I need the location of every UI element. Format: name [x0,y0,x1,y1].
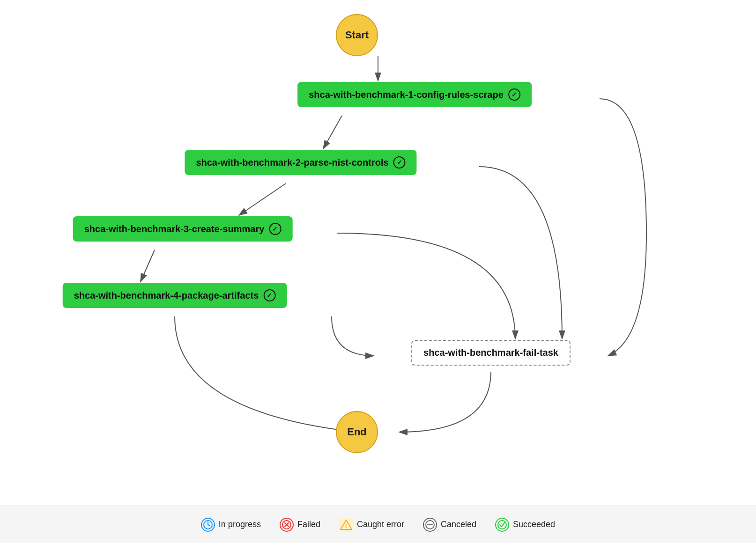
caught-error-icon: ! [339,518,353,532]
start-circle: Start [336,14,378,56]
task4-check-icon: ✓ [263,289,275,301]
failed-label: Failed [297,520,320,529]
fail-task-rect: shca-with-benchmark-fail-task [411,340,571,366]
start-node[interactable]: Start [336,14,378,56]
task4-rect: shca-with-benchmark-4-package-artifacts … [63,283,287,308]
fail-task-node[interactable]: shca-with-benchmark-fail-task [411,340,571,366]
task1-check-icon: ✓ [508,88,520,101]
start-label: Start [345,29,369,41]
task2-label: shca-with-benchmark-2-parse-nist-control… [196,157,388,168]
succeeded-icon [495,518,509,532]
task3-rect: shca-with-benchmark-3-create-summary ✓ [73,216,293,242]
task1-node[interactable]: shca-with-benchmark-1-config-rules-scrap… [297,82,532,107]
svg-line-3 [239,183,286,215]
task2-rect: shca-with-benchmark-2-parse-nist-control… [185,150,416,175]
end-circle: End [336,411,378,453]
canceled-label: Canceled [441,520,476,529]
succeeded-label: Succeeded [513,520,555,529]
fail-task-label: shca-with-benchmark-fail-task [423,347,558,358]
legend-in-progress: In progress [201,518,261,532]
task3-node[interactable]: shca-with-benchmark-3-create-summary ✓ [73,216,293,242]
legend-failed: Failed [280,518,320,532]
task3-label: shca-with-benchmark-3-create-summary [84,224,265,235]
caught-error-label: Caught error [357,520,404,529]
svg-text:!: ! [345,522,347,529]
diagram-container: Start shca-with-benchmark-1-config-rules… [0,0,756,506]
failed-icon [280,518,294,532]
task1-label: shca-with-benchmark-1-config-rules-scrap… [309,89,504,100]
in-progress-icon [201,518,215,532]
end-node[interactable]: End [336,411,378,453]
arrows-svg [0,0,756,506]
in-progress-label: In progress [219,520,261,529]
svg-line-2 [323,116,342,149]
svg-point-15 [498,521,506,529]
task4-label: shca-with-benchmark-4-package-artifacts [74,290,259,301]
end-label: End [347,426,367,438]
legend-canceled: Canceled [423,518,476,532]
task2-check-icon: ✓ [393,156,406,169]
legend-caught-error: ! Caught error [339,518,404,532]
task1-rect: shca-with-benchmark-1-config-rules-scrap… [297,82,532,107]
task4-node[interactable]: shca-with-benchmark-4-package-artifacts … [63,283,287,308]
task3-check-icon: ✓ [269,223,281,235]
svg-line-4 [141,250,155,282]
legend-succeeded: Succeeded [495,518,555,532]
legend: In progress Failed ! Caught error [0,506,756,543]
task2-node[interactable]: shca-with-benchmark-2-parse-nist-control… [185,150,416,175]
canceled-icon [423,518,437,532]
